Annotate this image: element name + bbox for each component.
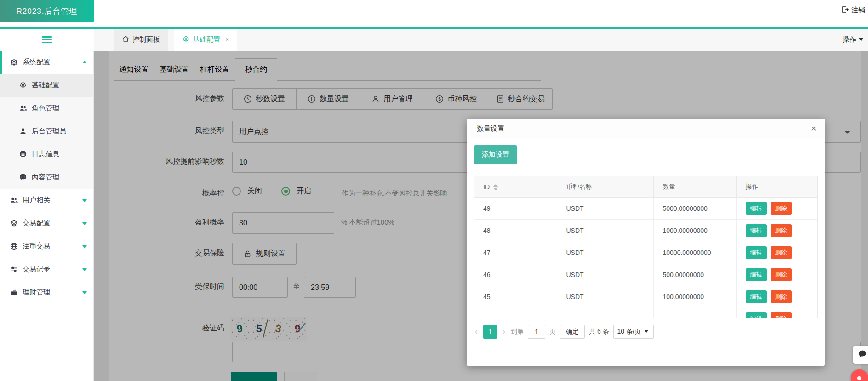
add-settings-button[interactable]: 添加设置 (474, 145, 517, 164)
sliders-icon (10, 266, 18, 273)
tab-basic-config[interactable]: 基础配置 × (174, 29, 237, 51)
cell-amount: 1000.00000000 (653, 219, 736, 242)
sidebar-item-trade-config[interactable]: 交易配置 (0, 212, 93, 235)
sidebar-item-label: 后台管理员 (32, 127, 66, 136)
goto-prefix: 到第 (511, 328, 524, 336)
sidebar-item-basic-config[interactable]: 基础配置 (0, 74, 93, 97)
sidebar-item-label: 交易配置 (23, 219, 50, 228)
tab-basic-config-label: 基础配置 (193, 35, 220, 44)
users-icon (10, 196, 18, 204)
chat-widget-button[interactable] (853, 346, 868, 364)
sidebar-item-label: 交易记录 (23, 265, 50, 274)
actions-label: 操作 (842, 35, 856, 44)
chevron-down-icon (859, 38, 863, 41)
gear-icon (19, 81, 27, 89)
sidebar-item-wealth-mgmt[interactable]: 理财管理 (0, 281, 93, 304)
delete-button[interactable]: 删除 (771, 202, 792, 215)
current-page[interactable]: 1 (483, 325, 497, 339)
goto-page-input[interactable]: 1 (528, 325, 545, 339)
cell-amount: 100.00000000 (653, 286, 736, 308)
sidebar-item-label: 内容管理 (32, 173, 59, 182)
table-row: 46 USDT 500.00000000 编辑删除 (474, 264, 818, 286)
chevron-down-icon (82, 245, 87, 248)
column-header-amount: 数量 (653, 176, 736, 197)
cell-id: 48 (474, 219, 557, 242)
sidebar-item-label: 角色管理 (32, 104, 59, 113)
logout-button[interactable]: 注销 (841, 6, 865, 15)
sidebar-item-role-mgmt[interactable]: 角色管理 (0, 97, 93, 120)
tab-bar: 控制面板 基础配置 × 操作 (0, 29, 868, 51)
column-header-coin: 币种名称 (557, 176, 653, 197)
chevron-down-icon (82, 199, 87, 202)
cell-amount: 10000.00000000 (653, 242, 736, 264)
goto-suffix: 页 (549, 328, 556, 336)
chat-icon (858, 349, 867, 360)
modal-header: 数量设置 (467, 119, 825, 139)
hamburger-icon[interactable] (42, 36, 52, 43)
sidebar-item-label: 用户相关 (23, 196, 50, 205)
tab-dashboard-label: 控制面板 (132, 35, 160, 44)
table-header-row: ID 币种名称 数量 操作 (474, 176, 818, 197)
sidebar-toggle[interactable] (0, 29, 94, 51)
sidebar-item-content-mgmt[interactable]: 内容管理 (0, 166, 93, 189)
table-row: 47 USDT 10000.00000000 编辑删除 (474, 242, 818, 264)
logout-label: 注销 (851, 6, 865, 15)
delete-button[interactable]: 删除 (771, 290, 792, 303)
sidebar-item-logs[interactable]: 日志信息 (0, 143, 93, 166)
sidebar-item-fiat-trade[interactable]: 法币交易 (0, 235, 93, 258)
globe-icon (10, 242, 18, 250)
edit-button[interactable]: 编辑 (746, 246, 767, 259)
cell-coin: USDT (557, 197, 653, 219)
layers-icon (10, 219, 18, 227)
sidebar-item-label: 日志信息 (32, 150, 59, 159)
sidebar-item-trade-records[interactable]: 交易记录 (0, 258, 93, 281)
cell-coin: USDT (557, 286, 653, 308)
sidebar-item-label: 法币交易 (23, 242, 50, 251)
pagination: ‹ 1 › 到第 1 页 确定 共 6 条 10 条/页 (474, 324, 818, 342)
cell-amount: 500.00000000 (653, 264, 736, 286)
delete-button[interactable]: 删除 (771, 312, 792, 318)
logout-icon (841, 6, 849, 15)
sidebar-item-admins[interactable]: 后台管理员 (0, 120, 93, 143)
gear-icon (183, 35, 189, 44)
cell-id: 45 (474, 286, 557, 308)
edit-button[interactable]: 编辑 (746, 312, 767, 318)
actions-dropdown[interactable]: 操作 (842, 29, 863, 51)
page-size-select[interactable]: 10 条/页 (613, 325, 654, 339)
prev-page-icon[interactable]: ‹ (474, 327, 479, 336)
chevron-up-icon (82, 61, 87, 64)
confirm-page-button[interactable]: 确定 (560, 325, 585, 339)
table-row-partial: 编辑删除 (474, 308, 818, 318)
cell-coin: USDT (557, 219, 653, 242)
tab-close-icon[interactable]: × (225, 36, 229, 43)
sort-icon[interactable] (493, 184, 498, 190)
edit-button[interactable]: 编辑 (746, 290, 767, 303)
next-page-icon[interactable]: › (501, 327, 507, 336)
tab-dashboard[interactable]: 控制面板 (114, 29, 168, 51)
column-header-actions: 操作 (736, 176, 818, 197)
sidebar: 系统配置 基础配置 角色管理 (0, 51, 94, 381)
edit-button[interactable]: 编辑 (746, 268, 767, 281)
cell-id (474, 308, 557, 318)
cell-id: 49 (474, 197, 557, 219)
cell-amount (653, 308, 736, 318)
cell-coin: USDT (557, 264, 653, 286)
table-row: 49 USDT 5000.00000000 编辑删除 (474, 197, 818, 219)
users-icon (19, 104, 27, 112)
delete-button[interactable]: 删除 (771, 268, 792, 281)
delete-button[interactable]: 删除 (771, 224, 792, 237)
edit-button[interactable]: 编辑 (746, 202, 767, 215)
briefcase-icon (10, 289, 18, 296)
sidebar-item-user-related[interactable]: 用户相关 (0, 189, 93, 212)
chevron-down-icon (82, 268, 87, 271)
edit-button[interactable]: 编辑 (746, 224, 767, 237)
total-count: 共 6 条 (589, 328, 609, 336)
column-header-id[interactable]: ID (474, 176, 557, 197)
list-circle-icon (19, 150, 27, 158)
delete-button[interactable]: 删除 (771, 246, 792, 259)
modal-close-icon[interactable]: × (811, 123, 817, 133)
sidebar-item-system-config[interactable]: 系统配置 (0, 51, 93, 74)
quantity-table: ID 币种名称 数量 操作 49 USDT 5000.00000000 编辑删除… (474, 176, 818, 318)
cell-coin: USDT (557, 242, 653, 264)
cell-amount: 5000.00000000 (653, 197, 736, 219)
